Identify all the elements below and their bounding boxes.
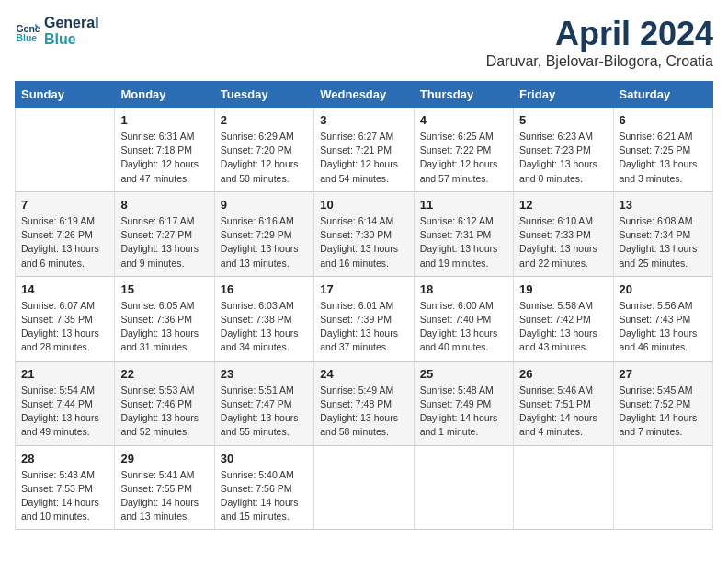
calendar-cell: 7Sunrise: 6:19 AM Sunset: 7:26 PM Daylig… — [16, 191, 115, 276]
weekday-header: Friday — [514, 82, 613, 108]
day-info: Sunrise: 6:31 AM Sunset: 7:18 PM Dayligh… — [120, 130, 208, 186]
calendar-cell: 14Sunrise: 6:07 AM Sunset: 7:35 PM Dayli… — [16, 276, 115, 361]
day-number: 23 — [221, 367, 308, 381]
weekday-header: Monday — [115, 82, 214, 108]
calendar-cell — [414, 445, 513, 530]
day-number: 4 — [420, 113, 507, 127]
calendar-title: April 2024 — [486, 15, 713, 53]
day-info: Sunrise: 6:14 AM Sunset: 7:30 PM Dayligh… — [320, 214, 407, 270]
day-info: Sunrise: 6:03 AM Sunset: 7:38 PM Dayligh… — [221, 299, 308, 355]
day-info: Sunrise: 6:19 AM Sunset: 7:26 PM Dayligh… — [21, 214, 108, 270]
weekday-header: Sunday — [16, 82, 115, 108]
day-info: Sunrise: 6:29 AM Sunset: 7:20 PM Dayligh… — [221, 130, 308, 186]
day-number: 5 — [519, 113, 607, 127]
day-info: Sunrise: 5:49 AM Sunset: 7:48 PM Dayligh… — [320, 384, 407, 440]
day-info: Sunrise: 6:10 AM Sunset: 7:33 PM Dayligh… — [519, 214, 607, 270]
logo-icon: General Blue — [15, 18, 40, 44]
day-info: Sunrise: 5:40 AM Sunset: 7:56 PM Dayligh… — [221, 468, 308, 524]
calendar-cell: 20Sunrise: 5:56 AM Sunset: 7:43 PM Dayli… — [613, 276, 712, 361]
calendar-header: SundayMondayTuesdayWednesdayThursdayFrid… — [16, 82, 713, 108]
day-number: 24 — [320, 367, 407, 381]
calendar-cell: 30Sunrise: 5:40 AM Sunset: 7:56 PM Dayli… — [214, 445, 313, 530]
day-info: Sunrise: 6:12 AM Sunset: 7:31 PM Dayligh… — [420, 214, 507, 270]
day-info: Sunrise: 6:07 AM Sunset: 7:35 PM Dayligh… — [21, 299, 108, 355]
calendar-subtitle: Daruvar, Bjelovar-Bilogora, Croatia — [486, 53, 713, 70]
day-number: 8 — [120, 198, 208, 212]
day-number: 29 — [120, 452, 208, 465]
logo-general: General — [44, 15, 99, 31]
calendar-cell — [314, 445, 414, 530]
day-info: Sunrise: 6:25 AM Sunset: 7:22 PM Dayligh… — [420, 130, 507, 186]
day-number: 12 — [519, 198, 607, 212]
day-info: Sunrise: 6:00 AM Sunset: 7:40 PM Dayligh… — [420, 299, 507, 355]
calendar-cell: 24Sunrise: 5:49 AM Sunset: 7:48 PM Dayli… — [314, 361, 414, 445]
day-info: Sunrise: 6:08 AM Sunset: 7:34 PM Dayligh… — [620, 214, 707, 270]
calendar-cell: 9Sunrise: 6:16 AM Sunset: 7:29 PM Daylig… — [214, 191, 313, 276]
day-number: 16 — [221, 282, 308, 296]
day-info: Sunrise: 5:45 AM Sunset: 7:52 PM Dayligh… — [620, 384, 707, 440]
calendar-cell: 27Sunrise: 5:45 AM Sunset: 7:52 PM Dayli… — [613, 361, 712, 445]
day-number: 17 — [320, 282, 407, 296]
day-info: Sunrise: 5:48 AM Sunset: 7:49 PM Dayligh… — [420, 384, 507, 440]
day-number: 10 — [320, 198, 407, 212]
day-number: 2 — [221, 113, 308, 127]
day-info: Sunrise: 5:56 AM Sunset: 7:43 PM Dayligh… — [620, 299, 707, 355]
calendar-cell: 3Sunrise: 6:27 AM Sunset: 7:21 PM Daylig… — [314, 108, 414, 192]
calendar-cell: 16Sunrise: 6:03 AM Sunset: 7:38 PM Dayli… — [214, 276, 313, 361]
calendar-cell — [16, 108, 115, 192]
day-number: 14 — [21, 282, 108, 296]
day-info: Sunrise: 6:27 AM Sunset: 7:21 PM Dayligh… — [320, 130, 407, 186]
day-info: Sunrise: 6:23 AM Sunset: 7:23 PM Dayligh… — [519, 130, 607, 186]
day-info: Sunrise: 5:46 AM Sunset: 7:51 PM Dayligh… — [519, 384, 607, 440]
day-number: 30 — [221, 452, 308, 465]
day-number: 15 — [120, 282, 208, 296]
calendar-cell: 15Sunrise: 6:05 AM Sunset: 7:36 PM Dayli… — [115, 276, 214, 361]
day-info: Sunrise: 5:54 AM Sunset: 7:44 PM Dayligh… — [21, 384, 108, 440]
day-info: Sunrise: 6:05 AM Sunset: 7:36 PM Dayligh… — [120, 299, 208, 355]
calendar-cell: 13Sunrise: 6:08 AM Sunset: 7:34 PM Dayli… — [613, 191, 712, 276]
weekday-header: Saturday — [613, 82, 712, 108]
calendar-cell: 2Sunrise: 6:29 AM Sunset: 7:20 PM Daylig… — [214, 108, 313, 192]
calendar-cell: 10Sunrise: 6:14 AM Sunset: 7:30 PM Dayli… — [314, 191, 414, 276]
day-number: 1 — [120, 113, 208, 127]
day-number: 7 — [21, 198, 108, 212]
day-info: Sunrise: 6:16 AM Sunset: 7:29 PM Dayligh… — [221, 214, 308, 270]
day-info: Sunrise: 5:53 AM Sunset: 7:46 PM Dayligh… — [120, 384, 208, 440]
day-number: 11 — [420, 198, 507, 212]
calendar-cell: 29Sunrise: 5:41 AM Sunset: 7:55 PM Dayli… — [115, 445, 214, 530]
day-info: Sunrise: 6:17 AM Sunset: 7:27 PM Dayligh… — [120, 214, 208, 270]
calendar-cell: 5Sunrise: 6:23 AM Sunset: 7:23 PM Daylig… — [514, 108, 613, 192]
calendar-cell: 12Sunrise: 6:10 AM Sunset: 7:33 PM Dayli… — [514, 191, 613, 276]
day-info: Sunrise: 6:01 AM Sunset: 7:39 PM Dayligh… — [320, 299, 407, 355]
calendar-cell: 21Sunrise: 5:54 AM Sunset: 7:44 PM Dayli… — [16, 361, 115, 445]
calendar-cell: 1Sunrise: 6:31 AM Sunset: 7:18 PM Daylig… — [115, 108, 214, 192]
day-number: 6 — [620, 113, 707, 127]
day-number: 21 — [21, 367, 108, 381]
logo-blue: Blue — [44, 31, 99, 48]
day-number: 26 — [519, 367, 607, 381]
page-header: General Blue General Blue April 2024 Dar… — [15, 15, 713, 70]
day-number: 20 — [620, 282, 707, 296]
calendar-table: SundayMondayTuesdayWednesdayThursdayFrid… — [15, 81, 713, 530]
day-info: Sunrise: 5:51 AM Sunset: 7:47 PM Dayligh… — [221, 384, 308, 440]
calendar-cell: 22Sunrise: 5:53 AM Sunset: 7:46 PM Dayli… — [115, 361, 214, 445]
day-number: 28 — [21, 452, 108, 465]
calendar-cell: 28Sunrise: 5:43 AM Sunset: 7:53 PM Dayli… — [16, 445, 115, 530]
day-number: 19 — [519, 282, 607, 296]
day-info: Sunrise: 5:58 AM Sunset: 7:42 PM Dayligh… — [519, 299, 607, 355]
weekday-header: Tuesday — [214, 82, 313, 108]
calendar-cell — [613, 445, 712, 530]
logo: General Blue General Blue — [15, 15, 99, 47]
day-info: Sunrise: 6:21 AM Sunset: 7:25 PM Dayligh… — [620, 130, 707, 186]
calendar-cell: 23Sunrise: 5:51 AM Sunset: 7:47 PM Dayli… — [214, 361, 313, 445]
day-info: Sunrise: 5:43 AM Sunset: 7:53 PM Dayligh… — [21, 468, 108, 524]
calendar-cell: 4Sunrise: 6:25 AM Sunset: 7:22 PM Daylig… — [414, 108, 513, 192]
calendar-cell: 25Sunrise: 5:48 AM Sunset: 7:49 PM Dayli… — [414, 361, 513, 445]
weekday-header: Wednesday — [314, 82, 414, 108]
day-number: 18 — [420, 282, 507, 296]
calendar-cell: 6Sunrise: 6:21 AM Sunset: 7:25 PM Daylig… — [613, 108, 712, 192]
calendar-cell: 19Sunrise: 5:58 AM Sunset: 7:42 PM Dayli… — [514, 276, 613, 361]
day-number: 25 — [420, 367, 507, 381]
calendar-cell: 8Sunrise: 6:17 AM Sunset: 7:27 PM Daylig… — [115, 191, 214, 276]
day-number: 3 — [320, 113, 407, 127]
